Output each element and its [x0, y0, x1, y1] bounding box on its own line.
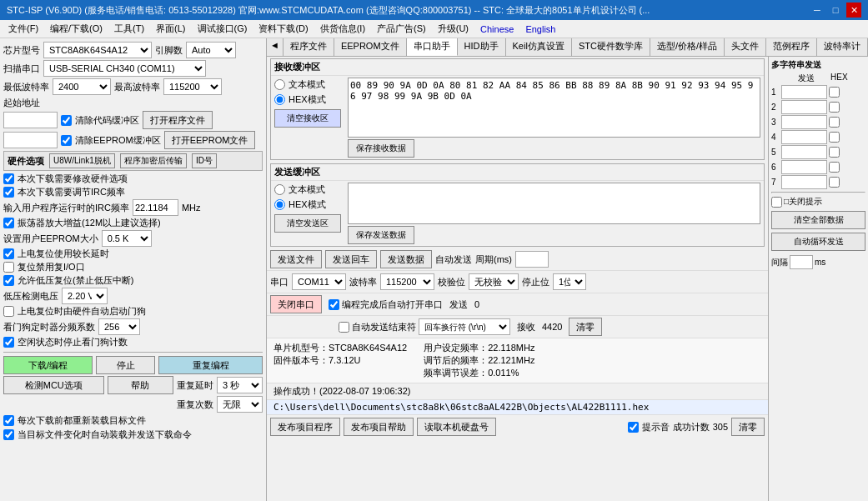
pin-count-select[interactable]: Auto [186, 42, 236, 58]
ms-input-1[interactable] [781, 85, 827, 99]
clear-count-btn[interactable]: 清零 [569, 318, 602, 336]
tab-1[interactable]: EEPROM文件 [334, 38, 407, 56]
wdt-div-select[interactable]: 256 [98, 318, 140, 335]
cb-0[interactable] [3, 173, 14, 184]
min-baud-select[interactable]: 2400 [53, 78, 111, 95]
auto-open-check[interactable] [329, 299, 339, 310]
re-delay-select[interactable]: 3 秒 [217, 377, 263, 393]
clear-recv-btn[interactable]: 清空接收区 [274, 109, 341, 128]
chip-select[interactable]: STC8A8K64S4A12 [43, 42, 152, 58]
menu-item-3[interactable]: 界面(L) [151, 22, 190, 36]
stop-btn[interactable]: 停止 [96, 356, 155, 374]
addr-code-input[interactable]: 0x0000 [3, 112, 58, 128]
menu-item-5[interactable]: 资料下载(D) [253, 22, 313, 36]
ms-hex-2[interactable] [829, 102, 840, 113]
send-text-radio[interactable] [274, 184, 285, 195]
auto-send-end-check[interactable] [339, 322, 349, 333]
clear-eeprom-check[interactable] [61, 135, 72, 146]
hw-id-btn[interactable]: ID号 [192, 153, 217, 168]
clear-all-btn[interactable]: 清空全部数据 [771, 211, 865, 229]
ms-input-7[interactable] [781, 175, 827, 189]
close-prompt-check[interactable] [771, 197, 782, 208]
tab-0[interactable]: 程序文件 [283, 38, 334, 56]
send-file-btn[interactable]: 发送文件 [270, 250, 322, 268]
clear-code-check[interactable] [61, 115, 72, 126]
cb-1[interactable] [3, 187, 14, 198]
tab-6[interactable]: 选型/价格/样品 [650, 38, 725, 56]
menu-item-0[interactable]: 文件(F) [3, 22, 43, 36]
ms-input-3[interactable] [781, 115, 827, 129]
voltage-select[interactable]: 2.20 V [62, 288, 108, 304]
reprogram-btn[interactable]: 重复编程 [158, 356, 263, 374]
close-button[interactable]: ✕ [846, 3, 861, 18]
ms-input-2[interactable] [781, 100, 827, 114]
tab-3[interactable]: HID助手 [458, 38, 506, 56]
download-btn[interactable]: 下载/编程 [3, 356, 93, 374]
hw-u8w-btn[interactable]: U8W/Link1脱机 [49, 153, 115, 168]
save-recv-btn[interactable]: 保存接收数据 [348, 139, 414, 158]
cb-7[interactable] [3, 275, 14, 286]
period-input[interactable]: 100 [515, 251, 549, 268]
send-hex-radio[interactable] [274, 199, 285, 210]
open-prog-file-btn[interactable]: 打开程序文件 [143, 111, 213, 129]
publish-help-btn[interactable]: 发布项目帮助 [344, 418, 414, 436]
baud-select[interactable]: 115200 [380, 273, 434, 290]
ms-hex-3[interactable] [829, 117, 840, 128]
scan-port-select[interactable]: USB-SERIAL CH340 (COM11) [43, 60, 206, 77]
menu-item-7[interactable]: 产品广告(S) [372, 22, 431, 36]
sound-check[interactable] [628, 422, 639, 433]
interval-input[interactable]: 0 [790, 255, 813, 269]
publish-prog-btn[interactable]: 发布项目程序 [270, 418, 340, 436]
auto-load-check[interactable] [3, 429, 14, 440]
re-count-select[interactable]: 无限 [217, 396, 263, 413]
tab-4[interactable]: Keil仿真设置 [506, 38, 572, 56]
clear-count-final-btn[interactable]: 清零 [731, 418, 765, 436]
cb-5[interactable] [3, 248, 14, 259]
eeprom-size-select[interactable]: 0.5 K [102, 230, 152, 247]
recv-text-radio[interactable] [274, 79, 285, 90]
addr-eeprom-input[interactable]: 0x0000 [3, 132, 58, 148]
end-char-select[interactable]: 回车换行符 (\r\n) [419, 318, 510, 335]
tab-9[interactable]: 波特率计 [817, 38, 868, 56]
open-eeprom-file-btn[interactable]: 打开EEPROM文件 [164, 131, 256, 149]
menu-item-2[interactable]: 工具(T) [109, 22, 149, 36]
stop-bits-select[interactable]: 1位 [553, 273, 586, 290]
close-port-btn[interactable]: 关闭串口 [270, 295, 322, 313]
recv-hex-radio[interactable] [274, 94, 285, 105]
tab-7[interactable]: 头文件 [725, 38, 766, 56]
auto-loop-send-btn[interactable]: 自动循环发送 [771, 233, 865, 251]
menu-item-6[interactable]: 供货信息(I) [315, 22, 370, 36]
menu-item-1[interactable]: 编程/下载(O) [45, 22, 108, 36]
help-btn[interactable]: 帮助 [108, 376, 174, 394]
ms-hex-5[interactable] [829, 147, 840, 158]
tab-2[interactable]: 串口助手 [407, 38, 458, 56]
menu-item-10[interactable]: English [520, 23, 560, 35]
detect-mcu-btn[interactable]: 检测MCU选项 [3, 376, 104, 394]
send-data-btn[interactable]: 发送数据 [380, 250, 432, 268]
ms-input-5[interactable] [781, 145, 827, 159]
clear-send-btn[interactable]: 清空发送区 [274, 214, 341, 233]
save-send-btn[interactable]: 保存发送数据 [348, 226, 414, 244]
ms-hex-4[interactable] [829, 132, 840, 143]
irc-freq-input[interactable] [133, 199, 178, 216]
parity-select[interactable]: 无校验 [469, 273, 519, 290]
ms-hex-6[interactable] [829, 162, 840, 173]
ms-hex-1[interactable] [829, 87, 840, 98]
com-select[interactable]: COM11 [292, 273, 346, 290]
cb-11[interactable] [3, 337, 14, 348]
max-baud-select[interactable]: 115200 [163, 78, 222, 95]
minimize-button[interactable]: ─ [810, 3, 825, 18]
ms-input-4[interactable] [781, 130, 827, 144]
tab-nav-left[interactable]: ◄ [267, 38, 283, 56]
maximize-button[interactable]: □ [828, 3, 843, 18]
tab-8[interactable]: 范例程序 [766, 38, 817, 56]
cb-6[interactable] [3, 262, 14, 273]
send-return-btn[interactable]: 发送回车 [325, 250, 377, 268]
reload-file-check[interactable] [3, 415, 14, 426]
hw-encrypt-btn[interactable]: 程序加密后传输 [120, 153, 187, 168]
get-disk-btn[interactable]: 读取本机硬盘号 [417, 418, 496, 436]
menu-item-4[interactable]: 调试接口(G) [193, 22, 253, 36]
menu-item-8[interactable]: 升级(U) [433, 22, 474, 36]
cb-9[interactable] [3, 306, 14, 317]
tab-5[interactable]: STC硬件数学库 [572, 38, 650, 56]
